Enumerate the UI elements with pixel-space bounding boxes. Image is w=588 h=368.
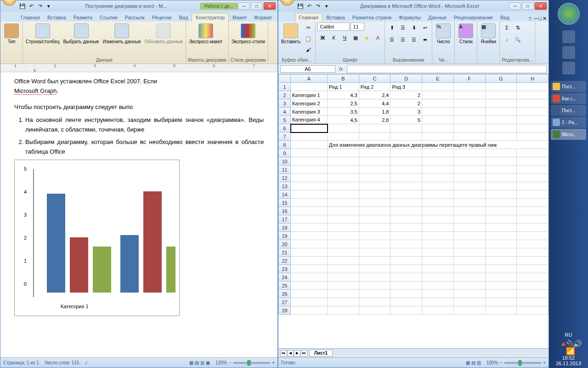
cell[interactable] [390,265,422,273]
cell[interactable] [422,91,454,99]
cell[interactable]: Для изменения диапазона данных диаграммы… [328,141,548,149]
next-sheet-button[interactable]: ▶ [294,350,300,356]
cell[interactable] [291,199,328,207]
cell[interactable] [291,306,328,315]
cell[interactable] [390,273,422,282]
row-header[interactable]: 10 [279,157,291,166]
cell[interactable] [453,240,485,248]
cell[interactable] [453,174,485,182]
cell[interactable] [291,290,328,298]
minimize-button[interactable]: ─ [238,2,250,10]
cell[interactable] [517,273,548,282]
styles-button[interactable]: AСтили [457,23,475,45]
redo-icon[interactable]: ↷ [314,2,322,10]
cell[interactable] [422,240,454,248]
col-header[interactable]: B [328,75,359,83]
cell[interactable] [359,265,390,273]
col-header[interactable]: D [390,75,422,83]
zoom-in-button[interactable]: + [543,360,546,365]
cell[interactable] [453,224,485,232]
cell[interactable] [291,273,328,282]
cut-icon[interactable]: ✂ [303,23,313,33]
cell[interactable] [291,265,328,273]
cell[interactable] [422,124,454,132]
cell[interactable] [422,149,454,157]
row-header[interactable]: 28 [279,306,291,315]
tab-home[interactable]: Главная [17,13,44,22]
tray-icon[interactable]: 🔺 [559,339,565,345]
zoom-level[interactable]: 120% [215,360,227,365]
row-header[interactable]: 1 [279,83,291,91]
cell[interactable]: 4,3 [328,91,359,99]
zoom-slider[interactable] [233,362,270,364]
cell[interactable] [517,91,548,99]
cell[interactable] [517,224,548,232]
cell[interactable] [422,215,454,224]
tab-insert[interactable]: Вставка [44,13,70,22]
undo-icon[interactable]: ↶ [305,2,313,10]
row-header[interactable]: 21 [279,248,291,257]
close-button[interactable]: ✕ [535,2,547,10]
cell[interactable] [422,157,454,166]
cell[interactable] [422,306,454,315]
cell[interactable]: 4,5 [328,116,359,124]
cell[interactable]: 1,8 [359,108,390,116]
cell[interactable] [453,124,485,132]
maximize-button[interactable]: □ [251,2,263,10]
cell[interactable] [453,182,485,190]
cell[interactable] [291,298,328,306]
cell[interactable] [390,199,422,207]
cell[interactable] [390,298,422,306]
cell[interactable] [328,224,359,232]
cell[interactable] [328,257,359,265]
cell[interactable] [328,157,359,166]
cell[interactable]: Категория 2 [291,99,328,108]
cell[interactable] [485,199,517,207]
cell[interactable] [453,207,485,215]
cell[interactable] [390,132,422,141]
cell[interactable] [453,298,485,306]
view-buttons[interactable]: ▦ ▤ ▥ ▣ [189,360,209,365]
cell[interactable] [390,224,422,232]
cell[interactable] [291,124,328,132]
row-header[interactable]: 27 [279,298,291,306]
cell[interactable] [422,108,454,116]
row-header[interactable]: 12 [279,174,291,182]
row-header[interactable]: 24 [279,273,291,282]
cell[interactable]: 4,4 [359,99,390,108]
cell[interactable] [453,99,485,108]
chart-type-button[interactable]: Тип [2,23,21,45]
tab-mailings[interactable]: Рассылк [121,13,148,22]
row-header[interactable]: 15 [279,199,291,207]
cell[interactable] [485,190,517,199]
col-header[interactable]: H [517,75,548,83]
chart-layouts-button[interactable]: Экспресс-макет [188,23,223,45]
cell[interactable] [517,282,548,290]
number-format-button[interactable]: %Число [434,23,452,45]
cell[interactable] [390,157,422,166]
cell[interactable] [328,182,359,190]
close-button[interactable]: ✕ [264,2,276,10]
cell[interactable] [359,298,390,306]
cell[interactable] [359,282,390,290]
cell[interactable] [328,166,359,174]
cell[interactable] [359,240,390,248]
cell[interactable] [453,91,485,99]
cell[interactable] [453,157,485,166]
align-middle-button[interactable]: ☰ [398,23,408,33]
cell[interactable] [453,290,485,298]
name-box[interactable]: A6 [280,65,335,73]
horizontal-ruler[interactable]: 1 · · · 2 · · · 3 · · · 4 · · · 5 · · · … [0,64,277,72]
cell[interactable] [422,190,454,199]
cell[interactable] [291,282,328,290]
cell[interactable] [422,199,454,207]
cell[interactable] [453,190,485,199]
cell[interactable] [422,132,454,141]
refresh-data-button[interactable]: Обновить данные [144,23,184,45]
row-header[interactable]: 5 [279,116,291,124]
qat-more-icon[interactable]: ▾ [45,2,52,10]
taskbar-item[interactable]: Пост... [551,81,586,92]
cell[interactable] [517,290,548,298]
cell[interactable] [485,182,517,190]
tab-format[interactable]: Формат [250,13,276,22]
